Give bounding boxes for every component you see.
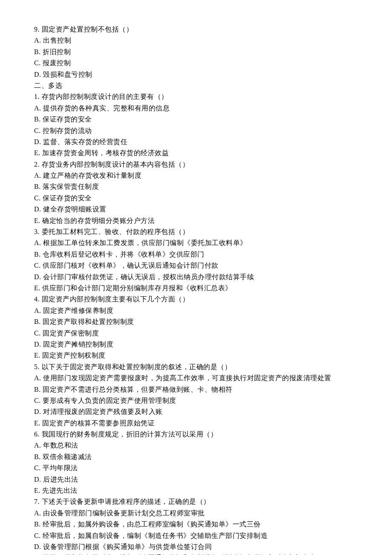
- text-line: E. 供应部门和会计部门定期分别编制库存月报和《收料汇总表》: [34, 283, 358, 294]
- text-line: B. 保证存货的安全: [34, 114, 358, 125]
- text-line: B. 固定资产取得和处置控制制度: [34, 316, 358, 327]
- text-line: D. 会计部门审核付款凭证，确认无误后，授权出纳员办理付款结算手续: [34, 272, 358, 283]
- text-line: B. 落实保管责任制度: [34, 181, 358, 192]
- text-line: E. 固定资产控制权制度: [34, 350, 358, 361]
- text-line: A. 出售控制: [34, 35, 358, 46]
- text-line: A. 年数总和法: [34, 440, 358, 451]
- text-line: D. 设备管理部门根据《购买通知单》与供货单位签订合同: [34, 541, 358, 552]
- text-line: D. 健全存货明细账设置: [34, 204, 358, 215]
- text-line: E. 加速存货资金周转，考核存货的经济效益: [34, 147, 358, 159]
- text-line: A. 使用部门发现固定资产需要报废时，为提高工作效率，可直接执行对固定资产的报废…: [34, 373, 358, 384]
- text-line: D. 对清理报废的固定资产残值要及时入账: [34, 406, 358, 417]
- text-line: E. 先进先出法: [34, 485, 358, 496]
- text-line: 二、多选: [34, 80, 358, 91]
- text-line: D. 毁损和盘亏控制: [34, 69, 358, 80]
- text-line: B. 经审批后，如属外购设备，由总工程师室编制《购买通知单》一式三份: [34, 519, 358, 530]
- text-line: D. 后进先出法: [34, 474, 358, 485]
- text-line: D. 监督、落实存货的经营责任: [34, 136, 358, 147]
- text-line: 4. 固定资产内部控制制度主要有以下几个方面（）: [34, 294, 358, 305]
- text-line: 2. 存货业务内部控制制度设计的基本内容包括（）: [34, 159, 358, 170]
- text-line: 9. 固定资产处置控制不包括（）: [34, 24, 358, 35]
- text-line: C. 报废控制: [34, 58, 358, 69]
- text-line: C. 固定资产保密制度: [34, 328, 358, 339]
- text-line: B. 折旧控制: [34, 46, 358, 58]
- text-line: 7. 下述关于设备更新申请批准程序的描述，正确的是（）: [34, 496, 358, 507]
- text-line: 6. 我国现行的财务制度规定，折旧的计算方法可以采用（）: [34, 429, 358, 440]
- text-line: 3. 委托加工材料完工、验收、付款的程序包括（）: [34, 226, 358, 237]
- text-line: A. 根据加工单位转来加工费发票，供应部门编制《委托加工收料单》: [34, 237, 358, 249]
- text-line: 5. 以下关于固定资产取得和处置控制制度的叙述，正确的是（）: [34, 361, 358, 373]
- text-line: 1. 存货内部控制制度设计的目的主要有（）: [34, 91, 358, 102]
- text-line: C. 控制存货的流动: [34, 125, 358, 136]
- text-line: D. 固定资产摊销控制制度: [34, 339, 358, 350]
- text-line: E. 总工程师室将合同副本、设备《购买通知单》和自制设备《制造任务书》交财会部门…: [34, 552, 358, 555]
- text-line: C. 保证存货的安全: [34, 193, 358, 204]
- text-line: B. 双倍余额递减法: [34, 451, 358, 462]
- text-line: A. 由设备管理部门编制设备更新计划交总工程师室审批: [34, 508, 358, 519]
- text-line: A. 提供存货的各种真实、完整和有用的信息: [34, 103, 358, 114]
- text-line: C. 要形成有专人负责的固定资产使用管理制度: [34, 395, 358, 406]
- text-line: C. 供应部门核对《收料单》，确认无误后通知会计部门付款: [34, 260, 358, 271]
- text-line: A. 固定资产维修保养制度: [34, 305, 358, 316]
- text-line: B. 固定资产不需进行总分类核算，但要严格做到账、卡、物相符: [34, 384, 358, 395]
- document-body: 9. 固定资产处置控制不包括（）A. 出售控制B. 折旧控制C. 报废控制D. …: [34, 24, 358, 555]
- text-line: E. 固定资产的核算不需要参照原始凭证: [34, 418, 358, 429]
- text-line: A. 建立严格的存货收发和计量制度: [34, 170, 358, 181]
- text-line: B. 仓库收料后登记收料卡，并将《收料单》交供应部门: [34, 249, 358, 260]
- text-line: C. 经审批后，如属自制设备，编制《制造任务书》交辅助生产部门安排制造: [34, 530, 358, 541]
- text-line: C. 平均年限法: [34, 462, 358, 474]
- text-line: E. 确定恰当的存货明细分类账分户方法: [34, 215, 358, 226]
